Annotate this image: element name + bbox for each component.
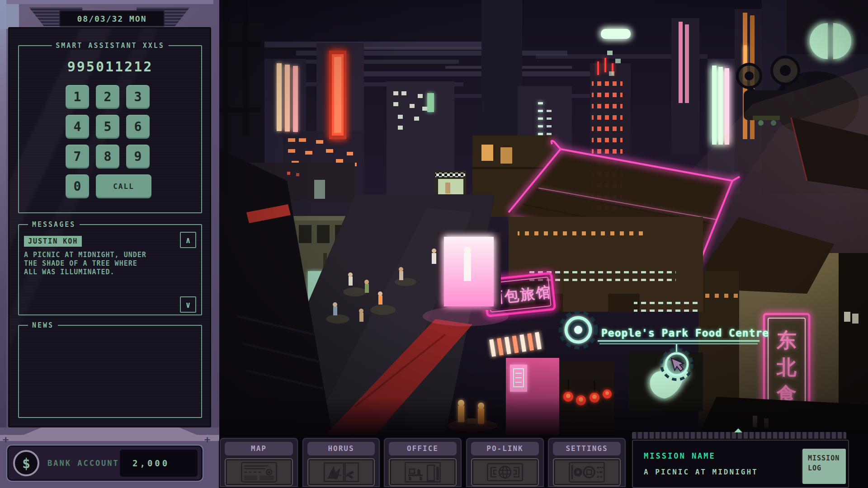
city-scene[interactable]: 东 北 食 物 [219,0,868,435]
city-scene-art: 东 北 食 物 [219,0,868,435]
mission-log-button[interactable]: MISSION LOG [802,449,846,484]
scroll-up-button[interactable]: ∧ [180,232,196,248]
dialed-number-display: 995011212 [18,59,202,75]
settings-button-label: SETTINGS [553,442,621,455]
news-title: NEWS [28,321,58,329]
screw-plus-icon: + [204,434,210,445]
bank-account-bar: $ BANK ACCOUNT 2,000 [7,446,203,481]
horus-button-label: HORUS [307,442,375,455]
mission-panel: MISSION NAME A PICNIC AT MIDNIGHT MISSIO… [632,440,849,488]
scroll-down-button[interactable]: ∨ [180,296,196,313]
device-top-strip [6,0,213,4]
map-icon [226,459,292,485]
game-screen: 东 北 食 物 [0,0,868,488]
destination-marker-icon[interactable] [661,349,692,380]
screw-plus-icon: + [3,434,9,445]
keypad-4-button[interactable]: 4 [66,115,89,139]
office-desk-icon [390,459,456,485]
smart-assistant-title: SMART ASSISTANT XXLS [52,42,169,50]
control-panel-icon [554,459,620,485]
office-button-label: OFFICE [389,442,457,455]
toolbar-settings-button[interactable]: SETTINGS [547,437,627,488]
mission-panel-ridge [632,432,846,439]
currency-coin-icon: $ [13,450,39,476]
device-corner-highlight [0,0,19,29]
keypad-0-button[interactable]: 0 [66,174,89,198]
news-panel: NEWS [18,325,202,418]
dollar-sign: $ [22,455,30,471]
keypad-7-button[interactable]: 7 [66,145,89,169]
location-label-underline [598,340,760,342]
toolbar-office-button[interactable]: OFFICE [383,437,462,488]
chevron-down-icon: ∨ [185,300,190,310]
po-link-button-label: PO-LINK [471,442,539,455]
mission-name: A PICNIC AT MIDNIGHT [644,468,758,476]
datetime-display: 08/03/32 MON 07:42 [59,10,165,27]
keypad-6-button[interactable]: 6 [126,115,150,139]
bird-plane-icon [308,459,374,485]
vignette [219,0,868,435]
chevron-up-icon: ∧ [185,235,190,245]
mission-name-label: MISSION NAME [644,451,716,460]
toolbar-po-link-button[interactable]: PO-LINK [465,437,545,488]
device-frame-edge [0,0,6,488]
messages-title: MESSAGES [28,221,80,229]
keypad-5-button[interactable]: 5 [96,115,119,139]
keypad-9-button[interactable]: 9 [126,145,150,169]
toolbar-horus-button[interactable]: HORUS [302,437,381,488]
bank-account-label: BANK ACCOUNT [47,447,119,479]
globe-link-icon [472,459,538,485]
keypad-2-button[interactable]: 2 [96,85,119,109]
call-button[interactable]: CALL [96,174,151,198]
message-body: A PICNIC AT MIDNIGHT, UNDER THE SHADE OF… [24,251,147,277]
keypad-1-button[interactable]: 1 [66,85,89,109]
location-label-underline-2 [599,343,758,344]
mission-panel-notch-icon[interactable] [734,428,742,432]
map-button-label: MAP [225,442,293,455]
keypad-8-button[interactable]: 8 [96,145,119,169]
message-sender-chip[interactable]: JUSTIN KOH [24,236,82,247]
location-label[interactable]: People's Park Food Centre [601,327,769,339]
toolbar-map-button[interactable]: MAP [219,437,299,488]
location-marker-connector [676,344,677,352]
keypad-3-button[interactable]: 3 [126,85,150,109]
bank-balance: 2,000 [120,450,198,477]
smart-assistant-device: 08/03/32 MON 07:42 SMART ASSISTANT XXLS … [0,0,219,488]
